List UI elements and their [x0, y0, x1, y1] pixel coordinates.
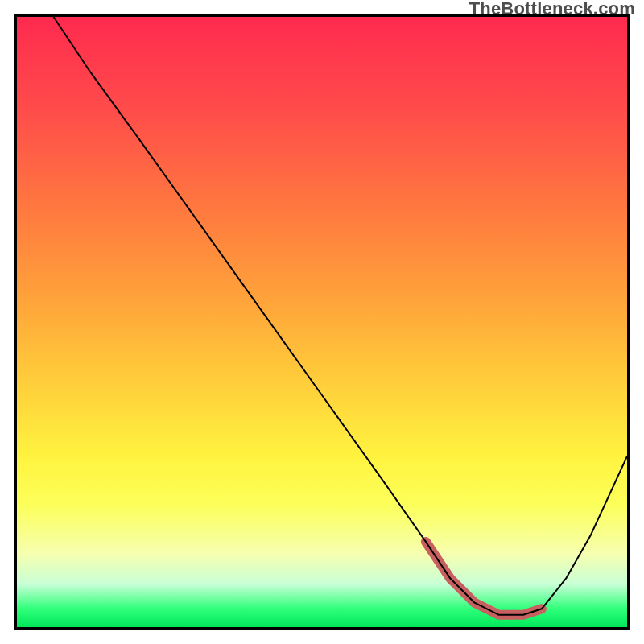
optimal-band-path	[426, 542, 542, 615]
chart-svg	[17, 17, 627, 627]
plot-area	[14, 14, 630, 630]
chart-frame: TheBottleneck.com	[0, 0, 644, 644]
bottleneck-curve-path	[54, 17, 628, 615]
